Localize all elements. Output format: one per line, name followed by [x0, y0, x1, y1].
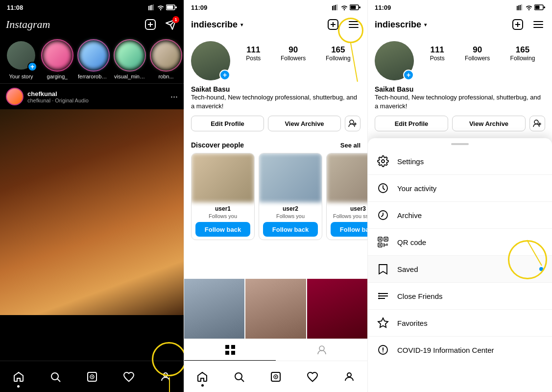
svg-rect-5	[167, 6, 173, 9]
post-more-button[interactable]: ···	[170, 92, 178, 102]
status-time-mid: 11:09	[191, 4, 207, 11]
stat-posts-right[interactable]: 111 Posts	[430, 45, 445, 62]
stat-following-mid[interactable]: 165 Following	[326, 45, 351, 62]
follow-back-button-3[interactable]: Follow back	[331, 222, 367, 237]
add-person-button-mid[interactable]	[345, 116, 360, 131]
status-bar-mid: 11:09	[184, 0, 367, 14]
add-post-button[interactable]	[144, 18, 157, 31]
nav-reels-left[interactable]	[82, 367, 102, 387]
story-1[interactable]: garging_	[41, 39, 73, 79]
edit-profile-button-mid[interactable]: Edit Profile	[191, 116, 264, 131]
grid-cell-3[interactable]	[307, 279, 367, 339]
stats-row-right: 111 Posts 90 Followers 165 Following	[420, 41, 545, 62]
nav-search-left[interactable]	[46, 367, 65, 387]
nav-heart-mid[interactable]	[303, 367, 322, 387]
svg-rect-6	[175, 6, 177, 8]
mid-panel: 11:09 indiescribe ▾ +	[184, 0, 367, 392]
nav-reels-mid[interactable]	[266, 367, 286, 387]
stories-row-left: + Your story garging_ ferraroroberto vis…	[0, 35, 184, 83]
story-3[interactable]: visual_minim...	[114, 39, 146, 79]
stat-followers-mid[interactable]: 90 Followers	[281, 45, 306, 62]
hamburger-button-right[interactable]	[531, 18, 545, 31]
grid-cell-2[interactable]	[245, 279, 306, 339]
edit-profile-button-right[interactable]: Edit Profile	[375, 116, 448, 131]
menu-your-activity-label: Your activity	[397, 184, 436, 193]
nav-home-left[interactable]	[9, 367, 28, 387]
discover-username-1: user1	[195, 205, 250, 212]
nav-home-mid[interactable]	[192, 367, 212, 387]
story-your[interactable]: + Your story	[5, 39, 37, 79]
menu-your-activity[interactable]: Your activity	[368, 175, 552, 202]
story-label-1: garging_	[47, 74, 68, 79]
menu-archive-label: Archive	[397, 211, 422, 220]
menu-saved[interactable]: Saved	[368, 256, 552, 283]
discover-follows-2: Follows you	[263, 213, 318, 219]
svg-point-42	[347, 373, 351, 377]
svg-rect-65	[380, 239, 381, 240]
status-icons-left	[148, 4, 177, 10]
menu-saved-label: Saved	[397, 265, 418, 273]
nav-profile-left[interactable]	[156, 367, 175, 387]
post-sub: chefkunal · Original Audio	[27, 98, 89, 103]
svg-rect-33	[231, 345, 235, 349]
stat-following-right[interactable]: 165 Following	[510, 45, 535, 62]
menu-settings[interactable]: Settings	[368, 148, 552, 175]
archive-icon	[377, 209, 389, 221]
nav-search-mid[interactable]	[229, 367, 249, 387]
story-4[interactable]: robn...	[150, 39, 182, 79]
tab-grid-mid[interactable]	[184, 339, 276, 361]
profile-header-right: indiescribe ▾	[368, 14, 552, 35]
tab-tagged-mid[interactable]	[276, 339, 367, 361]
see-all-button-mid[interactable]: See all	[340, 142, 360, 149]
svg-rect-1	[150, 5, 151, 10]
menu-favorites[interactable]: Favorites	[368, 310, 552, 337]
profile-add-story-right[interactable]: +	[403, 70, 414, 80]
stat-posts-value-right: 111	[430, 45, 444, 55]
menu-covid[interactable]: COVID-19 Information Center	[368, 337, 552, 363]
menu-close-friends[interactable]: Close Friends	[368, 283, 552, 310]
discover-row-mid: user1 Follows you Follow back user2 Foll…	[184, 153, 367, 245]
nav-profile-mid[interactable]	[339, 367, 359, 387]
stat-followers-right[interactable]: 90 Followers	[465, 45, 490, 62]
profile-bio-right: Tech-hound, New technology professional,…	[375, 93, 545, 111]
add-button-right[interactable]	[511, 18, 525, 31]
messages-button[interactable]: 1	[164, 18, 178, 31]
stat-posts-mid[interactable]: 111 Posts	[246, 45, 261, 62]
add-story-plus[interactable]: +	[27, 62, 37, 72]
menu-archive[interactable]: Archive	[368, 202, 552, 229]
view-archive-button-right[interactable]: View Archive	[452, 116, 526, 131]
stat-followers-value-right: 90	[473, 45, 482, 55]
follow-back-button-1[interactable]: Follow back	[195, 222, 250, 237]
discover-title-mid: Discover people	[191, 141, 244, 149]
svg-rect-18	[335, 5, 336, 10]
menu-qr[interactable]: QR code	[368, 229, 552, 256]
qr-icon	[377, 236, 389, 248]
post-image	[0, 109, 184, 315]
story-label-4: robn...	[158, 74, 173, 79]
follow-back-button-2[interactable]: Follow back	[263, 222, 318, 237]
stat-following-value-right: 165	[516, 45, 529, 55]
profile-name-bio-mid: Saikat Basu Tech-hound, New technology p…	[184, 85, 367, 116]
profile-header-icons-mid	[326, 18, 360, 31]
story-2[interactable]: ferraroroberto	[77, 39, 110, 79]
nav-heart-left[interactable]	[119, 367, 139, 387]
stats-row-mid: 111 Posts 90 Followers 165 Following	[236, 41, 360, 62]
add-button-mid[interactable]	[326, 18, 340, 31]
svg-rect-70	[386, 243, 388, 245]
grid-cell-1[interactable]	[184, 279, 244, 339]
svg-point-75	[379, 295, 380, 297]
chevron-down-icon-right[interactable]: ▾	[424, 22, 427, 27]
add-person-button-right[interactable]	[529, 116, 545, 131]
svg-rect-21	[351, 6, 356, 9]
right-panel: 11:09 indiescribe ▾ +	[367, 0, 552, 392]
photo-grid-mid	[184, 279, 367, 339]
discover-follows-1: Follows you	[195, 213, 250, 219]
view-archive-button-mid[interactable]: View Archive	[268, 116, 341, 131]
chevron-down-icon-mid[interactable]: ▾	[240, 22, 243, 27]
svg-point-41	[275, 376, 276, 377]
profile-add-story-mid[interactable]: +	[219, 70, 230, 80]
hamburger-button-mid[interactable]	[347, 18, 360, 31]
profile-stats-mid: + 111 Posts 90 Followers 165 Following	[184, 35, 367, 85]
svg-point-14	[91, 376, 93, 377]
profile-username-row-right: indiescribe ▾	[375, 20, 427, 30]
